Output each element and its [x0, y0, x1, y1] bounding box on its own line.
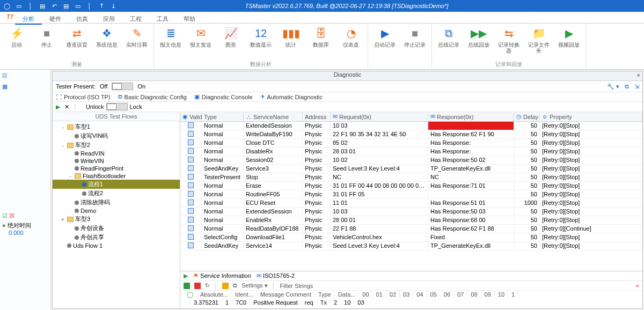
tree-node-13[interactable]: 舟创共享	[53, 233, 180, 242]
row-checkbox[interactable]	[188, 225, 194, 231]
svc-tab-info[interactable]: ⚑ Service Information	[193, 272, 251, 279]
tree-node-14[interactable]: Uds Flow 1	[53, 242, 180, 249]
svc-red-icon[interactable]	[194, 283, 201, 289]
row-checkbox[interactable]	[188, 182, 194, 188]
grid-row-0[interactable]: NormalExtendedSessionPhysic10 0350[Retry…	[180, 122, 642, 130]
tree-node-11[interactable]: +车型3	[53, 215, 180, 224]
svc-clear-icon[interactable]: ×	[636, 283, 639, 289]
grid-row-11[interactable]: NormalEnableRxPhysic28 00 01Has Response…	[180, 216, 642, 225]
tree-node-8[interactable]: 流程2	[53, 189, 180, 198]
diag-subtab-0[interactable]: ⛶Protocol (ISO TP)	[56, 93, 111, 100]
diag-subtab-3[interactable]: ✈Automatic Diagnostic	[260, 93, 323, 100]
row-checkbox[interactable]	[188, 242, 194, 248]
row-checkbox[interactable]	[188, 217, 194, 223]
tree-node-1[interactable]: 读写VIN码	[53, 131, 180, 141]
grid-row-8[interactable]: NormalRoutineFF05Physic31 01 FF 0550[Ret…	[180, 190, 642, 199]
tree-node-5[interactable]: ReadFingerPrint	[53, 165, 180, 172]
tree-node-4[interactable]: WriteVIN	[53, 157, 180, 165]
tree-node-10[interactable]: Demo	[53, 207, 180, 215]
menu-tab-5[interactable]: 工具	[149, 14, 176, 24]
svc-copy-icon[interactable]: ⧉	[233, 282, 237, 289]
chk-green-icon[interactable]: ☑	[2, 212, 8, 219]
diag-subtab-2[interactable]: ▣Diagnostic Console	[194, 93, 253, 100]
ribbon-btn-0-2[interactable]: ⇄通道设置	[65, 26, 88, 48]
row-checkbox[interactable]	[188, 208, 194, 214]
grid-row-12[interactable]: NormalReadDataByIDF188Physic22 F1 88Has …	[180, 225, 642, 233]
col-type[interactable]: Type	[204, 114, 217, 120]
col-valid[interactable]: Valid	[189, 114, 202, 120]
qat-doc2-icon[interactable]: ▤	[62, 2, 70, 10]
col-prop[interactable]: Property	[550, 114, 572, 120]
ribbon-btn-1-4[interactable]: ▮▮▮统计	[280, 26, 302, 48]
row-checkbox[interactable]	[188, 165, 194, 171]
ribbon-btn-0-3[interactable]: ❖系统信息	[96, 26, 118, 48]
tree-node-0[interactable]: -车型1	[53, 122, 180, 131]
svc-green-icon[interactable]	[184, 283, 190, 289]
tree-node-6[interactable]: -FlashBootloader	[53, 172, 180, 180]
ribbon-btn-1-2[interactable]: 📈图形	[219, 26, 242, 48]
qat-up-icon[interactable]: ⤒	[98, 2, 105, 10]
menu-tab-4[interactable]: 工程	[122, 14, 149, 24]
qat-card-icon[interactable]: ▭	[74, 2, 82, 10]
row-checkbox[interactable]	[188, 122, 194, 128]
ribbon-btn-0-4[interactable]: ✎实时注释	[126, 26, 148, 48]
export-icon[interactable]: ⇲	[634, 83, 639, 90]
col-resp[interactable]: Response(0x)	[437, 114, 473, 120]
qat-undo-icon[interactable]: ↶	[50, 2, 58, 10]
ribbon-btn-0-0[interactable]: ⚡启动	[5, 26, 28, 48]
col-req[interactable]: Request(0x)	[339, 114, 371, 120]
chk-red-icon[interactable]: ☒	[9, 212, 14, 219]
row-checkbox[interactable]	[188, 148, 194, 154]
row-checkbox[interactable]	[188, 191, 194, 197]
menu-tab-0[interactable]: 分析	[15, 14, 42, 25]
menu-tab-6[interactable]: 帮助	[176, 14, 203, 24]
row-checkbox[interactable]	[188, 157, 194, 163]
grid-row-5[interactable]: SeedAndKeyService3PhysicSeed Level:3 Key…	[180, 165, 642, 173]
svc-orange-icon[interactable]	[222, 283, 229, 289]
ribbon-btn-1-0[interactable]: ≣报文信息	[159, 26, 182, 48]
svc-data-row[interactable]: 3.37523117C0Positive RequestreqTx21003	[180, 299, 642, 308]
ribbon-btn-1-5[interactable]: 🗄数据库	[310, 26, 332, 48]
wrench-icon[interactable]: 🔧 ▾	[607, 83, 619, 90]
grid-row-3[interactable]: NormalDisableRxPhysic28 03 01Has Respons…	[180, 147, 642, 156]
tree-node-2[interactable]: -车型2	[53, 141, 180, 150]
grid-row-9[interactable]: NormalECU ResetPhysic11 01Has Response:5…	[180, 199, 642, 208]
svc-settings[interactable]: Settings ▾	[241, 282, 268, 289]
tree-node-7[interactable]: 流程1	[53, 180, 180, 189]
menu-tab-2[interactable]: 仿真	[69, 14, 96, 24]
dock-panel-icon[interactable]: ▦	[0, 81, 50, 92]
lock-toggle[interactable]	[106, 103, 128, 110]
diag-subtab-1[interactable]: ⧉Basic Diagnostic Config	[118, 93, 187, 100]
tree-node-12[interactable]: 舟创设备	[53, 224, 180, 233]
ribbon-btn-1-6[interactable]: ◔仪表盘	[340, 26, 362, 48]
qat-save-icon[interactable]: ▭	[15, 2, 23, 10]
ribbon-btn-0-1[interactable]: ■停止	[35, 26, 58, 48]
col-delay[interactable]: Delay	[523, 114, 538, 120]
ribbon-btn-1-1[interactable]: ✉报文发送	[189, 26, 212, 48]
grid-row-13[interactable]: SelectConfigDownloadFile1PhysicVehicleCo…	[180, 233, 642, 242]
tree-node-9[interactable]: 清除故障码	[53, 198, 180, 207]
col-svc[interactable]: ServiceName	[253, 114, 289, 120]
ribbon-btn-2-0[interactable]: ▶启动记录	[374, 26, 396, 48]
row-checkbox[interactable]	[188, 200, 194, 205]
run-play-icon[interactable]: ▶	[56, 104, 60, 110]
tester-present-toggle[interactable]	[112, 83, 133, 90]
qat-doc-icon[interactable]: ▤	[39, 2, 46, 10]
row-checkbox[interactable]	[188, 131, 194, 137]
grid-row-14[interactable]: SeedAndKeyService14PhysicSeed Level:3 Ke…	[180, 242, 642, 250]
copy-icon[interactable]: ⧉	[625, 83, 629, 90]
qat-down-icon[interactable]: ⤓	[109, 2, 117, 10]
valid-header-icon[interactable]: ◉	[182, 113, 188, 120]
col-addr[interactable]: Address	[305, 114, 326, 120]
ribbon-btn-3-3[interactable]: 📁记录文件夹	[528, 26, 550, 54]
row-checkbox[interactable]	[188, 234, 194, 240]
row-checkbox[interactable]	[188, 174, 194, 180]
qat-circle-icon[interactable]: ◯	[3, 2, 11, 10]
grid-row-1[interactable]: NormalWriteDataByF190Physic22 F1 90 35 3…	[180, 130, 642, 139]
tree-node-3[interactable]: ReadVIN	[53, 150, 180, 157]
ribbon-btn-3-0[interactable]: ⧉总线记录	[437, 26, 460, 48]
grid-row-10[interactable]: NormalExtendedSessionPhysic10 03Has Resp…	[180, 208, 642, 216]
run-stop-icon[interactable]: ✕	[64, 104, 69, 110]
svc-tab-iso[interactable]: ✉ ISO15765-2	[257, 272, 295, 279]
svc-play-icon[interactable]: ▶	[184, 272, 188, 279]
